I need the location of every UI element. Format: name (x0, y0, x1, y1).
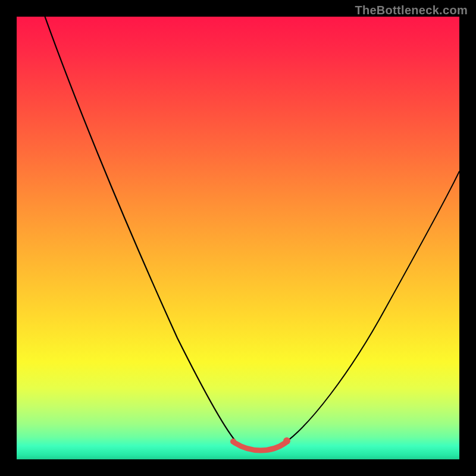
curve-left-segment (43, 17, 238, 444)
curve-right-segment (283, 171, 459, 444)
optimal-range-end-dot (283, 437, 290, 444)
watermark-text: TheBottleneck.com (355, 4, 468, 17)
optimal-range-marker (234, 443, 286, 450)
plot-area (17, 17, 459, 459)
chart-frame: TheBottleneck.com (0, 0, 476, 476)
bottleneck-curve (17, 17, 459, 459)
optimal-range-start-dot (230, 439, 236, 444)
